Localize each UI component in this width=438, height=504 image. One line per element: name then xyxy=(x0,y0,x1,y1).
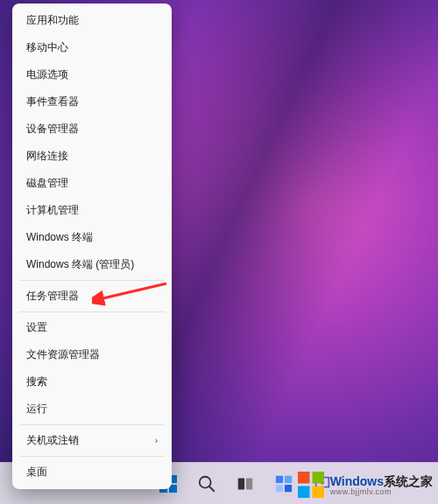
menu-label: 运行 xyxy=(26,402,47,416)
menu-item-apps-and-features[interactable]: 应用和功能 xyxy=(16,7,168,34)
menu-label: 任务管理器 xyxy=(26,289,79,304)
chevron-right-icon: › xyxy=(155,436,158,445)
menu-label: 搜索 xyxy=(26,374,47,389)
menu-item-search[interactable]: 搜索 xyxy=(16,368,168,396)
menu-item-windows-terminal[interactable]: Windows 终端 xyxy=(16,224,168,251)
svg-rect-9 xyxy=(276,475,283,482)
menu-item-windows-terminal-admin[interactable]: Windows 终端 (管理员) xyxy=(16,251,168,278)
menu-label: 应用和功能 xyxy=(26,13,79,28)
menu-item-run[interactable]: 运行 xyxy=(16,396,168,423)
menu-label: 磁盘管理 xyxy=(26,176,68,191)
menu-separator xyxy=(19,456,165,457)
menu-item-device-manager[interactable]: 设备管理器 xyxy=(16,116,168,143)
menu-separator xyxy=(19,312,165,312)
search-icon xyxy=(197,474,216,494)
menu-separator xyxy=(19,424,165,425)
menu-label: 电源选项 xyxy=(26,67,68,82)
search-button[interactable] xyxy=(189,466,224,501)
menu-label: 事件查看器 xyxy=(26,94,79,109)
menu-item-desktop[interactable]: 桌面 xyxy=(16,458,168,486)
svg-rect-7 xyxy=(238,478,244,489)
menu-label: Windows 终端 xyxy=(26,230,93,245)
widgets-button[interactable] xyxy=(266,466,301,501)
menu-label: 计算机管理 xyxy=(26,203,79,218)
menu-label: 关机或注销 xyxy=(26,433,79,448)
menu-label: 设备管理器 xyxy=(26,122,79,136)
svg-point-13 xyxy=(321,480,325,484)
chat-icon xyxy=(313,474,332,494)
menu-label: Windows 终端 (管理员) xyxy=(26,257,134,272)
menu-item-power-options[interactable]: 电源选项 xyxy=(16,61,168,88)
svg-rect-10 xyxy=(285,475,292,482)
widgets-icon xyxy=(274,474,293,494)
menu-item-settings[interactable]: 设置 xyxy=(16,314,168,341)
menu-item-shutdown-signout[interactable]: 关机或注销 › xyxy=(16,427,168,454)
svg-line-6 xyxy=(209,486,215,491)
menu-item-mobility-center[interactable]: 移动中心 xyxy=(16,34,168,61)
menu-label: 设置 xyxy=(26,320,47,335)
svg-rect-12 xyxy=(285,484,292,491)
menu-label: 移动中心 xyxy=(26,40,68,55)
menu-separator xyxy=(19,280,165,281)
task-view-button[interactable] xyxy=(228,466,263,501)
svg-rect-11 xyxy=(276,484,283,491)
menu-label: 桌面 xyxy=(26,465,47,480)
menu-item-computer-management[interactable]: 计算机管理 xyxy=(16,197,168,224)
winx-context-menu: 应用和功能 移动中心 电源选项 事件查看器 设备管理器 网络连接 磁盘管理 计算… xyxy=(12,4,172,489)
svg-rect-8 xyxy=(246,478,252,489)
task-view-icon xyxy=(236,474,255,494)
menu-item-task-manager[interactable]: 任务管理器 xyxy=(16,283,168,310)
menu-label: 网络连接 xyxy=(26,149,68,164)
menu-label: 文件资源管理器 xyxy=(26,347,100,362)
menu-item-disk-management[interactable]: 磁盘管理 xyxy=(16,170,168,197)
chat-button[interactable] xyxy=(305,466,340,501)
menu-item-network-connections[interactable]: 网络连接 xyxy=(16,143,168,170)
menu-item-event-viewer[interactable]: 事件查看器 xyxy=(16,88,168,116)
menu-item-file-explorer[interactable]: 文件资源管理器 xyxy=(16,341,168,368)
